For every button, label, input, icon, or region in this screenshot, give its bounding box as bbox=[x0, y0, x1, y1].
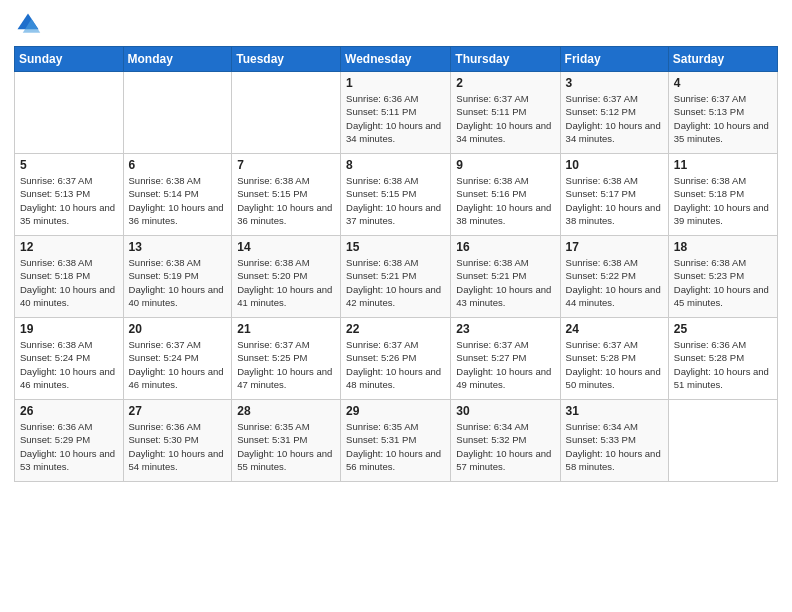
day-info: Sunrise: 6:38 AMSunset: 5:14 PMDaylight:… bbox=[129, 174, 227, 227]
header bbox=[14, 10, 778, 38]
day-cell: 2Sunrise: 6:37 AMSunset: 5:11 PMDaylight… bbox=[451, 72, 560, 154]
day-info: Sunrise: 6:38 AMSunset: 5:15 PMDaylight:… bbox=[237, 174, 335, 227]
day-number: 4 bbox=[674, 76, 772, 90]
day-cell bbox=[123, 72, 232, 154]
day-number: 27 bbox=[129, 404, 227, 418]
day-number: 19 bbox=[20, 322, 118, 336]
day-cell: 31Sunrise: 6:34 AMSunset: 5:33 PMDayligh… bbox=[560, 400, 668, 482]
day-info: Sunrise: 6:38 AMSunset: 5:17 PMDaylight:… bbox=[566, 174, 663, 227]
day-number: 10 bbox=[566, 158, 663, 172]
day-info: Sunrise: 6:37 AMSunset: 5:28 PMDaylight:… bbox=[566, 338, 663, 391]
day-cell: 18Sunrise: 6:38 AMSunset: 5:23 PMDayligh… bbox=[668, 236, 777, 318]
day-cell: 27Sunrise: 6:36 AMSunset: 5:30 PMDayligh… bbox=[123, 400, 232, 482]
day-cell: 28Sunrise: 6:35 AMSunset: 5:31 PMDayligh… bbox=[232, 400, 341, 482]
day-number: 30 bbox=[456, 404, 554, 418]
day-cell: 12Sunrise: 6:38 AMSunset: 5:18 PMDayligh… bbox=[15, 236, 124, 318]
week-row-1: 1Sunrise: 6:36 AMSunset: 5:11 PMDaylight… bbox=[15, 72, 778, 154]
day-number: 24 bbox=[566, 322, 663, 336]
day-info: Sunrise: 6:38 AMSunset: 5:18 PMDaylight:… bbox=[674, 174, 772, 227]
day-cell: 11Sunrise: 6:38 AMSunset: 5:18 PMDayligh… bbox=[668, 154, 777, 236]
day-cell: 26Sunrise: 6:36 AMSunset: 5:29 PMDayligh… bbox=[15, 400, 124, 482]
day-info: Sunrise: 6:38 AMSunset: 5:19 PMDaylight:… bbox=[129, 256, 227, 309]
day-cell: 1Sunrise: 6:36 AMSunset: 5:11 PMDaylight… bbox=[341, 72, 451, 154]
day-cell: 13Sunrise: 6:38 AMSunset: 5:19 PMDayligh… bbox=[123, 236, 232, 318]
day-cell: 16Sunrise: 6:38 AMSunset: 5:21 PMDayligh… bbox=[451, 236, 560, 318]
day-cell: 9Sunrise: 6:38 AMSunset: 5:16 PMDaylight… bbox=[451, 154, 560, 236]
day-info: Sunrise: 6:37 AMSunset: 5:27 PMDaylight:… bbox=[456, 338, 554, 391]
day-number: 31 bbox=[566, 404, 663, 418]
day-cell: 15Sunrise: 6:38 AMSunset: 5:21 PMDayligh… bbox=[341, 236, 451, 318]
day-cell: 4Sunrise: 6:37 AMSunset: 5:13 PMDaylight… bbox=[668, 72, 777, 154]
day-info: Sunrise: 6:34 AMSunset: 5:32 PMDaylight:… bbox=[456, 420, 554, 473]
day-cell: 20Sunrise: 6:37 AMSunset: 5:24 PMDayligh… bbox=[123, 318, 232, 400]
day-number: 2 bbox=[456, 76, 554, 90]
day-info: Sunrise: 6:38 AMSunset: 5:23 PMDaylight:… bbox=[674, 256, 772, 309]
day-cell: 21Sunrise: 6:37 AMSunset: 5:25 PMDayligh… bbox=[232, 318, 341, 400]
day-cell: 14Sunrise: 6:38 AMSunset: 5:20 PMDayligh… bbox=[232, 236, 341, 318]
weekday-header-sunday: Sunday bbox=[15, 47, 124, 72]
day-info: Sunrise: 6:37 AMSunset: 5:12 PMDaylight:… bbox=[566, 92, 663, 145]
day-cell: 17Sunrise: 6:38 AMSunset: 5:22 PMDayligh… bbox=[560, 236, 668, 318]
day-cell bbox=[668, 400, 777, 482]
weekday-header-row: SundayMondayTuesdayWednesdayThursdayFrid… bbox=[15, 47, 778, 72]
day-info: Sunrise: 6:37 AMSunset: 5:24 PMDaylight:… bbox=[129, 338, 227, 391]
day-info: Sunrise: 6:38 AMSunset: 5:16 PMDaylight:… bbox=[456, 174, 554, 227]
day-number: 1 bbox=[346, 76, 445, 90]
day-cell: 10Sunrise: 6:38 AMSunset: 5:17 PMDayligh… bbox=[560, 154, 668, 236]
day-number: 8 bbox=[346, 158, 445, 172]
day-cell: 7Sunrise: 6:38 AMSunset: 5:15 PMDaylight… bbox=[232, 154, 341, 236]
day-cell: 25Sunrise: 6:36 AMSunset: 5:28 PMDayligh… bbox=[668, 318, 777, 400]
day-number: 29 bbox=[346, 404, 445, 418]
day-number: 6 bbox=[129, 158, 227, 172]
day-info: Sunrise: 6:36 AMSunset: 5:29 PMDaylight:… bbox=[20, 420, 118, 473]
day-info: Sunrise: 6:34 AMSunset: 5:33 PMDaylight:… bbox=[566, 420, 663, 473]
day-info: Sunrise: 6:38 AMSunset: 5:21 PMDaylight:… bbox=[346, 256, 445, 309]
week-row-4: 19Sunrise: 6:38 AMSunset: 5:24 PMDayligh… bbox=[15, 318, 778, 400]
week-row-3: 12Sunrise: 6:38 AMSunset: 5:18 PMDayligh… bbox=[15, 236, 778, 318]
day-info: Sunrise: 6:37 AMSunset: 5:26 PMDaylight:… bbox=[346, 338, 445, 391]
weekday-header-tuesday: Tuesday bbox=[232, 47, 341, 72]
day-number: 22 bbox=[346, 322, 445, 336]
weekday-header-thursday: Thursday bbox=[451, 47, 560, 72]
day-number: 9 bbox=[456, 158, 554, 172]
weekday-header-saturday: Saturday bbox=[668, 47, 777, 72]
logo bbox=[14, 10, 46, 38]
day-number: 21 bbox=[237, 322, 335, 336]
day-info: Sunrise: 6:38 AMSunset: 5:18 PMDaylight:… bbox=[20, 256, 118, 309]
day-cell: 22Sunrise: 6:37 AMSunset: 5:26 PMDayligh… bbox=[341, 318, 451, 400]
day-info: Sunrise: 6:37 AMSunset: 5:13 PMDaylight:… bbox=[20, 174, 118, 227]
day-number: 5 bbox=[20, 158, 118, 172]
day-info: Sunrise: 6:36 AMSunset: 5:28 PMDaylight:… bbox=[674, 338, 772, 391]
day-cell: 23Sunrise: 6:37 AMSunset: 5:27 PMDayligh… bbox=[451, 318, 560, 400]
day-number: 18 bbox=[674, 240, 772, 254]
day-number: 12 bbox=[20, 240, 118, 254]
day-number: 11 bbox=[674, 158, 772, 172]
weekday-header-monday: Monday bbox=[123, 47, 232, 72]
day-cell bbox=[15, 72, 124, 154]
day-info: Sunrise: 6:38 AMSunset: 5:22 PMDaylight:… bbox=[566, 256, 663, 309]
day-cell: 24Sunrise: 6:37 AMSunset: 5:28 PMDayligh… bbox=[560, 318, 668, 400]
day-number: 23 bbox=[456, 322, 554, 336]
day-info: Sunrise: 6:37 AMSunset: 5:13 PMDaylight:… bbox=[674, 92, 772, 145]
day-info: Sunrise: 6:36 AMSunset: 5:30 PMDaylight:… bbox=[129, 420, 227, 473]
day-cell: 3Sunrise: 6:37 AMSunset: 5:12 PMDaylight… bbox=[560, 72, 668, 154]
day-cell bbox=[232, 72, 341, 154]
day-number: 3 bbox=[566, 76, 663, 90]
calendar-table: SundayMondayTuesdayWednesdayThursdayFrid… bbox=[14, 46, 778, 482]
day-cell: 29Sunrise: 6:35 AMSunset: 5:31 PMDayligh… bbox=[341, 400, 451, 482]
day-number: 7 bbox=[237, 158, 335, 172]
day-info: Sunrise: 6:38 AMSunset: 5:15 PMDaylight:… bbox=[346, 174, 445, 227]
day-number: 26 bbox=[20, 404, 118, 418]
day-number: 17 bbox=[566, 240, 663, 254]
day-cell: 6Sunrise: 6:38 AMSunset: 5:14 PMDaylight… bbox=[123, 154, 232, 236]
day-cell: 5Sunrise: 6:37 AMSunset: 5:13 PMDaylight… bbox=[15, 154, 124, 236]
day-number: 13 bbox=[129, 240, 227, 254]
day-cell: 30Sunrise: 6:34 AMSunset: 5:32 PMDayligh… bbox=[451, 400, 560, 482]
day-cell: 19Sunrise: 6:38 AMSunset: 5:24 PMDayligh… bbox=[15, 318, 124, 400]
week-row-5: 26Sunrise: 6:36 AMSunset: 5:29 PMDayligh… bbox=[15, 400, 778, 482]
day-number: 20 bbox=[129, 322, 227, 336]
day-number: 14 bbox=[237, 240, 335, 254]
logo-icon bbox=[14, 10, 42, 38]
day-info: Sunrise: 6:36 AMSunset: 5:11 PMDaylight:… bbox=[346, 92, 445, 145]
day-number: 15 bbox=[346, 240, 445, 254]
